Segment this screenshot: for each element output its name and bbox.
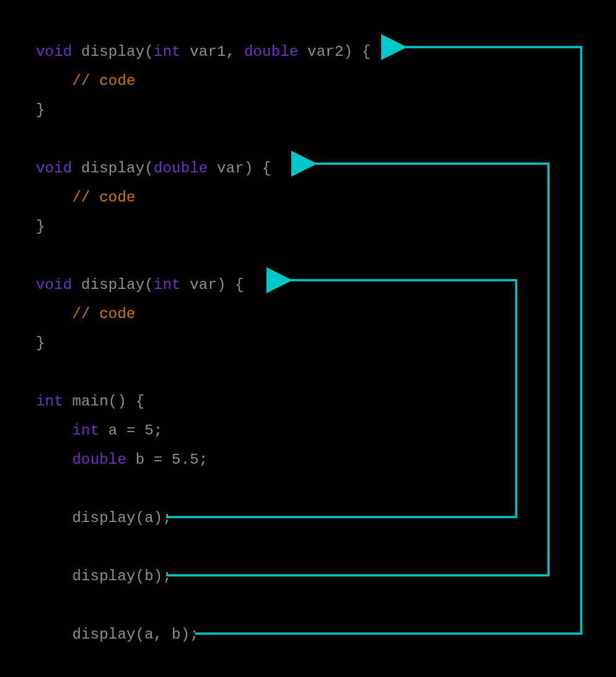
code-line: void display(double var) { [36, 160, 271, 177]
code-token: // code [72, 189, 135, 206]
code-token: double [154, 160, 208, 177]
code-token: int [154, 277, 181, 293]
code-token: a = 5; [99, 422, 162, 439]
code-line: // code [36, 189, 136, 206]
code-token: var2) { [299, 43, 371, 60]
code-token: // code [72, 306, 135, 322]
code-token: int [72, 422, 99, 439]
code-token: display( [72, 160, 153, 177]
code-line: int a = 5; [36, 422, 162, 439]
diagram-stage: void display(int var1, double var2) { //… [0, 0, 616, 677]
code-block: void display(int var1, double var2) { //… [36, 37, 371, 677]
code-token: double [244, 43, 299, 60]
code-line: void display(int var1, double var2) { [36, 43, 371, 60]
code-token [36, 306, 72, 322]
code-line: // code [36, 306, 136, 322]
code-token [36, 73, 72, 89]
code-line: display(a, b); [36, 626, 199, 643]
code-token [36, 189, 72, 206]
code-token: } [36, 218, 45, 235]
code-token: display( [72, 277, 153, 293]
code-token [36, 451, 72, 468]
code-line: } [36, 218, 45, 235]
code-token: display(a); [36, 510, 172, 526]
code-token: void [36, 43, 72, 60]
code-token: b = 5.5; [126, 451, 208, 468]
code-token: display( [72, 43, 153, 60]
code-token: int [154, 43, 181, 60]
code-line: } [36, 102, 45, 118]
code-token: } [36, 102, 45, 118]
code-token: var) { [181, 277, 244, 293]
code-token: void [36, 277, 72, 293]
code-line: } [36, 335, 45, 352]
code-token: void [36, 160, 72, 177]
code-line: display(b); [36, 568, 172, 585]
code-token: var) { [208, 160, 271, 177]
code-token: } [36, 335, 45, 352]
code-token: main() { [63, 393, 144, 410]
code-line: double b = 5.5; [36, 451, 208, 468]
code-line: int main() { [36, 393, 144, 410]
code-token: display(a, b); [36, 626, 199, 643]
code-token: // code [72, 73, 135, 89]
code-token: var1, [181, 43, 244, 60]
code-token: double [72, 451, 126, 468]
code-token: display(b); [36, 568, 172, 585]
code-token: int [36, 393, 63, 410]
code-line: void display(int var) { [36, 277, 244, 293]
code-token [36, 422, 72, 439]
code-line: // code [36, 73, 136, 89]
code-line: display(a); [36, 510, 172, 526]
